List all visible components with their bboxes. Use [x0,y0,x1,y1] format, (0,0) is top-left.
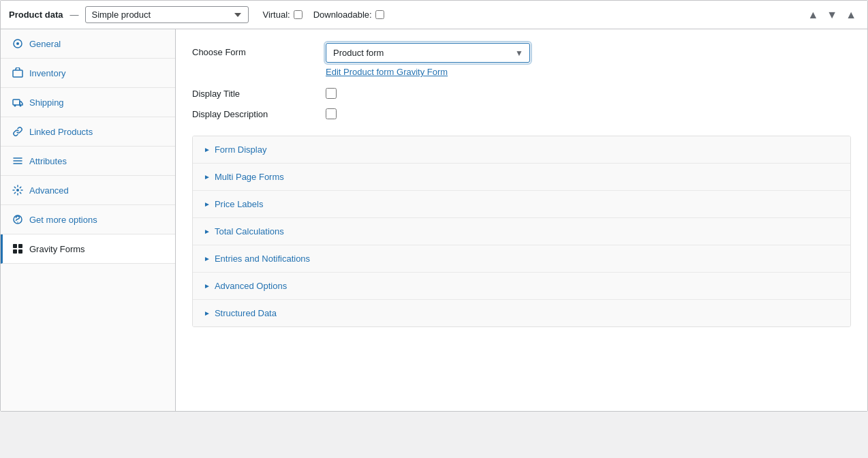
product-type-select[interactable]: Simple product Grouped product External/… [85,6,249,23]
accordion-item-structured-data: ► Structured Data [193,300,850,326]
display-title-checkbox[interactable] [326,88,337,99]
accordion-header-entries-notifications[interactable]: ► Entries and Notifications [193,245,850,272]
collapse-down-button[interactable]: ▼ [824,8,840,22]
entries-notifications-label: Entries and Notifications [215,254,310,264]
svg-rect-2 [13,70,22,77]
total-calculations-label: Total Calculations [215,226,284,236]
price-labels-label: Price Labels [215,199,264,209]
accordion-header-multi-page-forms[interactable]: ► Multi Page Forms [193,164,850,190]
form-select[interactable]: Product form Contact Form Order Form [326,43,530,63]
display-description-row: Display Description [192,108,851,119]
structured-data-arrow-icon: ► [204,309,211,317]
display-title-row: Display Title [192,88,851,99]
total-calculations-arrow-icon: ► [204,228,211,235]
advanced-options-label: Advanced Options [215,281,287,291]
linked-products-icon [12,125,24,138]
advanced-options-arrow-icon: ► [204,282,211,290]
accordion-header-structured-data[interactable]: ► Structured Data [193,300,850,326]
downloadable-checkbox[interactable] [375,10,384,19]
sidebar-item-get-more-options[interactable]: Get more options [1,205,175,234]
product-data-panel: Product data — Simple product Grouped pr… [0,0,868,412]
sidebar-item-inventory[interactable]: Inventory [1,59,175,88]
svg-point-4 [14,105,16,107]
sidebar-item-shipping[interactable]: Shipping [1,88,175,117]
form-select-wrapper: Product form Contact Form Order Form ▼ [326,43,530,63]
virtual-checkbox[interactable] [294,10,303,19]
downloadable-text: Downloadable: [313,10,372,20]
product-data-title: Product data [9,10,63,20]
sidebar-label-attributes: Attributes [29,156,67,166]
virtual-text: Virtual: [262,10,290,20]
svg-point-10 [17,222,18,223]
sidebar-item-general[interactable]: General [1,29,175,59]
accordion-item-form-display: ► Form Display [193,136,850,164]
multi-page-forms-label: Multi Page Forms [215,172,284,182]
accordion-item-multi-page-forms: ► Multi Page Forms [193,164,850,191]
accordion-item-price-labels: ► Price Labels [193,191,850,218]
price-labels-arrow-icon: ► [204,200,211,208]
sidebar-label-linked-products: Linked Products [29,127,93,137]
sidebar-label-shipping: Shipping [29,97,64,108]
header-separator: — [69,10,78,20]
product-data-body: General Inventory [1,29,867,411]
display-description-checkbox[interactable] [326,108,337,119]
display-description-label: Display Description [192,109,315,119]
gravity-forms-icon [12,243,24,255]
svg-point-5 [20,105,22,107]
accordion-header-form-display[interactable]: ► Form Display [193,136,850,163]
get-more-options-icon [12,213,24,226]
header-checkboxes: Virtual: Downloadable: [262,10,384,20]
sidebar-item-linked-products[interactable]: Linked Products [1,117,175,147]
product-type-wrapper: Simple product Grouped product External/… [85,6,249,23]
sidebar-item-advanced[interactable]: Advanced [1,176,175,205]
sidebar-item-attributes[interactable]: Attributes [1,147,175,176]
accordion-item-total-calculations: ► Total Calculations [193,218,850,245]
svg-rect-11 [13,244,17,248]
accordion-header-advanced-options[interactable]: ► Advanced Options [193,273,850,299]
downloadable-label: Downloadable: [313,10,384,20]
entries-notifications-arrow-icon: ► [204,255,211,262]
choose-form-field: Product form Contact Form Order Form ▼ E… [326,43,851,77]
accordion-header-total-calculations[interactable]: ► Total Calculations [193,218,850,245]
sidebar: General Inventory [1,29,176,411]
choose-form-label: Choose Form [192,43,315,57]
sidebar-label-advanced: Advanced [29,185,69,196]
accordion-item-entries-notifications: ► Entries and Notifications [193,245,850,273]
svg-rect-12 [18,244,22,248]
sidebar-label-general: General [29,39,61,49]
sidebar-label-gravity-forms: Gravity Forms [29,244,85,254]
multi-page-forms-arrow-icon: ► [204,173,211,181]
inventory-icon [12,67,24,79]
svg-rect-3 [13,100,20,105]
choose-form-row: Choose Form Product form Contact Form Or… [192,43,851,77]
sidebar-label-get-more-options: Get more options [29,215,97,225]
attributes-icon [12,155,24,167]
accordion-header-price-labels[interactable]: ► Price Labels [193,191,850,217]
general-icon [12,37,24,50]
display-title-label: Display Title [192,89,315,99]
accordion: ► Form Display ► Multi Page Forms ► Pric… [192,136,851,327]
form-display-label: Form Display [215,144,267,155]
shipping-icon [12,96,24,108]
structured-data-label: Structured Data [215,308,277,318]
sidebar-label-inventory: Inventory [29,68,65,78]
accordion-item-advanced-options: ► Advanced Options [193,273,850,300]
virtual-label: Virtual: [262,10,302,20]
svg-point-1 [16,42,19,45]
svg-rect-14 [18,249,22,254]
svg-point-9 [16,189,19,192]
header-controls: ▲ ▼ ▲ [805,8,859,22]
svg-rect-13 [13,249,17,254]
content-area: Choose Form Product form Contact Form Or… [176,29,867,411]
sidebar-item-gravity-forms[interactable]: Gravity Forms [1,234,175,264]
product-data-header: Product data — Simple product Grouped pr… [1,1,867,29]
advanced-icon [12,184,24,196]
edit-form-link[interactable]: Edit Product form Gravity Form [326,67,851,77]
form-display-arrow-icon: ► [204,146,211,153]
expand-button[interactable]: ▲ [843,8,859,22]
collapse-up-button[interactable]: ▲ [805,8,821,22]
